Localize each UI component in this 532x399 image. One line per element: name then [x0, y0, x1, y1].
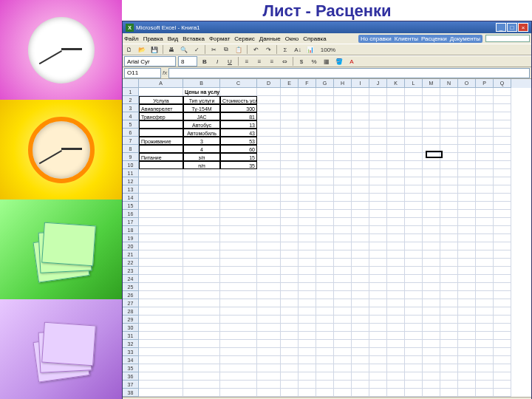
col-header[interactable]: C: [220, 79, 257, 88]
cell[interactable]: [405, 161, 423, 169]
cell[interactable]: [352, 348, 369, 356]
cell[interactable]: [183, 250, 220, 259]
new-icon[interactable]: 🗋: [124, 44, 134, 55]
cell[interactable]: [423, 161, 440, 169]
cell[interactable]: [299, 372, 316, 381]
cell[interactable]: [369, 259, 387, 267]
cell[interactable]: [476, 389, 494, 397]
cell[interactable]: [369, 210, 387, 218]
cell[interactable]: [316, 316, 334, 324]
cell[interactable]: [257, 389, 281, 397]
cell[interactable]: [458, 283, 476, 291]
cell[interactable]: [494, 145, 511, 153]
row-headers[interactable]: 1234567891011121314151617181920212223242…: [123, 79, 139, 397]
cell[interactable]: [476, 218, 494, 226]
cell[interactable]: [281, 275, 299, 283]
cell[interactable]: [458, 104, 476, 112]
row-header[interactable]: 32: [123, 340, 138, 348]
cell[interactable]: [334, 332, 352, 340]
cell[interactable]: [281, 389, 299, 397]
spell-icon[interactable]: ✓: [191, 44, 202, 55]
cell[interactable]: [257, 242, 281, 250]
row-header[interactable]: 4: [123, 112, 138, 120]
cell[interactable]: [405, 88, 423, 96]
cell[interactable]: [220, 177, 257, 185]
cell[interactable]: [299, 283, 316, 291]
cell[interactable]: [423, 104, 440, 112]
cell[interactable]: [494, 340, 511, 348]
cell[interactable]: 13: [220, 120, 257, 129]
row-header[interactable]: 33: [123, 348, 138, 356]
cell[interactable]: [183, 234, 220, 242]
cell[interactable]: [369, 234, 387, 242]
row-header[interactable]: 31: [123, 332, 138, 340]
cell[interactable]: [281, 291, 299, 299]
col-header[interactable]: L: [405, 79, 423, 88]
cell[interactable]: [387, 185, 405, 194]
cell[interactable]: [476, 145, 494, 153]
redo-icon[interactable]: ↷: [263, 44, 273, 55]
col-header[interactable]: J: [369, 79, 387, 88]
cell[interactable]: [440, 299, 458, 307]
cell[interactable]: [440, 259, 458, 267]
cell[interactable]: [405, 169, 423, 177]
cell[interactable]: [369, 194, 387, 202]
cell[interactable]: [139, 372, 183, 381]
cell[interactable]: [257, 340, 281, 348]
cell[interactable]: [405, 340, 423, 348]
cell[interactable]: [494, 169, 511, 177]
cell[interactable]: [476, 381, 494, 389]
cell[interactable]: [139, 250, 183, 259]
cell[interactable]: [369, 88, 387, 96]
cell[interactable]: [458, 226, 476, 234]
col-header[interactable]: Q: [494, 79, 511, 88]
cell[interactable]: [405, 202, 423, 210]
align-center-button[interactable]: ≡: [254, 56, 265, 66]
help-search-box[interactable]: [485, 35, 530, 42]
cell[interactable]: [423, 185, 440, 194]
cell[interactable]: [139, 259, 183, 267]
cell[interactable]: [352, 120, 369, 129]
cell[interactable]: [369, 137, 387, 145]
cell[interactable]: [476, 242, 494, 250]
cell[interactable]: [220, 372, 257, 381]
cell[interactable]: [334, 234, 352, 242]
cell[interactable]: [334, 145, 352, 153]
cell[interactable]: [220, 291, 257, 299]
cell[interactable]: [352, 88, 369, 96]
menu-Вид[interactable]: Вид: [168, 35, 178, 42]
cell[interactable]: [139, 88, 183, 96]
cell[interactable]: [352, 389, 369, 397]
cell[interactable]: [139, 218, 183, 226]
cell[interactable]: [257, 316, 281, 324]
cell[interactable]: [316, 88, 334, 96]
cell[interactable]: [139, 283, 183, 291]
cell[interactable]: [316, 120, 334, 129]
cell[interactable]: [257, 194, 281, 202]
cell[interactable]: [220, 389, 257, 397]
cell[interactable]: [476, 316, 494, 324]
cell[interactable]: [476, 234, 494, 242]
cell[interactable]: [257, 381, 281, 389]
cell[interactable]: [369, 340, 387, 348]
cell[interactable]: [334, 218, 352, 226]
cell[interactable]: [440, 275, 458, 283]
cell[interactable]: [334, 112, 352, 120]
cell[interactable]: [257, 218, 281, 226]
cell[interactable]: [494, 364, 511, 372]
row-header[interactable]: 19: [123, 234, 138, 242]
cell[interactable]: [423, 202, 440, 210]
cell[interactable]: [440, 372, 458, 381]
cell[interactable]: [299, 250, 316, 259]
cell[interactable]: [334, 307, 352, 316]
cell[interactable]: [220, 218, 257, 226]
cell[interactable]: [405, 299, 423, 307]
cell[interactable]: [369, 316, 387, 324]
cell[interactable]: [257, 275, 281, 283]
ctx-tab[interactable]: Расценки: [421, 35, 447, 42]
cell[interactable]: [440, 283, 458, 291]
cell[interactable]: [369, 299, 387, 307]
cell[interactable]: [423, 389, 440, 397]
cell[interactable]: Автобус: [183, 120, 220, 129]
cell[interactable]: 4: [183, 145, 220, 153]
